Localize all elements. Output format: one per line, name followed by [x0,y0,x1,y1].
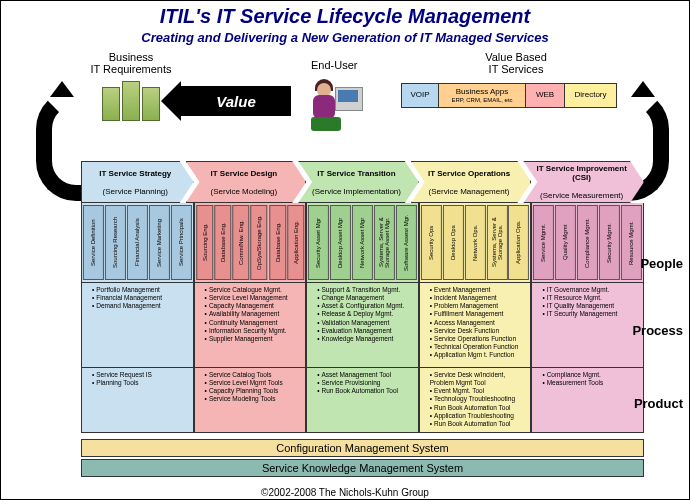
value-based-label: Value Based IT Services [456,51,576,75]
servers-icon [96,81,166,121]
business-label: Business IT Requirements [71,51,191,75]
role-bar: Service Principals [171,205,192,280]
service-boxes: VOIP Business Apps ERP, CRM, EMAIL, etc … [401,83,617,108]
process-row: IT Governance Mgmt.IT Resource Mgmt.IT Q… [531,283,644,368]
product-row: Service Catalog ToolsService Level Mgmt … [194,368,307,433]
directory-box: Directory [564,84,616,107]
phase-header: IT Service Operations(Service Management… [411,161,532,203]
phase-header: IT Service Design(Service Modeling) [186,161,307,203]
config-mgmt-system: Configuration Management System [81,439,644,457]
role-bar: Compliance Mgmt. [577,205,598,280]
people-row: Sourcing Eng.Database Eng.Comm/Ntw. Eng.… [194,203,307,283]
role-bar: Network Asset Mgr [352,205,373,280]
ba-title: Business Apps [442,88,522,97]
phase-header: IT Service Strategy(Service Planning) [81,161,194,203]
product-row: Service Request ISPlanning Tools [81,368,194,433]
top-section: Business IT Requirements End-User Value … [1,51,689,141]
subtitle: Creating and Delivering a New Generation… [1,30,689,45]
role-bar: Security Mgmt. [599,205,620,280]
role-bar: Quality Mgmt [555,205,576,280]
role-bar: Systems, Server & Storage Asset Mgr. [374,205,395,280]
phase-4: IT Service Improvement (CSI)(Service Mea… [531,161,644,461]
process-row: Service Catalogue Mgmt.Service Level Man… [194,283,307,368]
role-bar: Service Definition [83,205,104,280]
business-apps-box: Business Apps ERP, CRM, EMAIL, etc [438,84,525,107]
role-bar: Comm/Ntw. Eng. [232,205,249,280]
role-bar: OpSys/Storage Eng. [250,205,267,280]
product-row: Service Desk w/Incident, Problem Mgmt To… [419,368,532,433]
end-user-icon [311,79,371,134]
people-row: Service DefinitionSourcing ResearchFinan… [81,203,194,283]
people-row: Security OpsDesktop OpsNetwork Ops.Syste… [419,203,532,283]
people-row: Service Mgmt.Quality MgmtCompliance Mgmt… [531,203,644,283]
role-bar: Systems, Server & Storage Ops. [487,205,508,280]
role-bar: Service Mgmt. [533,205,554,280]
product-row: Asset Management ToolService Provisionin… [306,368,419,433]
phase-2: IT Service Transition(Service Implementa… [306,161,419,461]
role-bar: Sourcing Eng. [196,205,213,280]
knowledge-mgmt-system: Service Knowledge Management System [81,459,644,477]
role-bar: Security Asset Mgr [308,205,329,280]
product-label: Product [634,396,683,411]
end-user-label: End-User [311,59,357,71]
people-label: People [640,256,683,271]
diagram-container: ITIL's IT Service Lifecycle Management C… [0,0,690,500]
role-bar: Application Eng. [287,205,304,280]
people-row: Security Asset MgrDesktop Asset MgrNetwo… [306,203,419,283]
role-bar: Desktop Asset Mgr [330,205,351,280]
web-box: WEB [525,84,564,107]
role-bar: Network Ops. [465,205,486,280]
copyright: ©2002-2008 The Nichols-Kuhn Group [1,487,689,498]
role-bar: Database Eng. [214,205,231,280]
process-label: Process [632,323,683,338]
value-arrow: Value [181,86,291,116]
phase-1: IT Service Design(Service Modeling)Sourc… [194,161,307,461]
product-row: Compliance Mgmt.Measurement Tools [531,368,644,433]
phases-row: IT Service Strategy(Service Planning)Ser… [81,161,644,461]
phase-0: IT Service Strategy(Service Planning)Ser… [81,161,194,461]
role-bar: Application Ops. [508,205,529,280]
process-row: Support & Transition Mgmt.Change Managem… [306,283,419,368]
role-bar: Resource Mgmt. [621,205,642,280]
process-row: Event ManagementIncident ManagementProbl… [419,283,532,368]
role-bar: Software Assest Mgr. [396,205,417,280]
role-bar: Service Marketing [149,205,170,280]
role-bar: Desktop Ops [443,205,464,280]
phase-header: IT Service Improvement (CSI)(Service Mea… [523,161,644,203]
phase-3: IT Service Operations(Service Management… [419,161,532,461]
voip-box: VOIP [402,84,438,107]
phase-header: IT Service Transition(Service Implementa… [298,161,419,203]
role-bar: Sourcing Research [105,205,126,280]
main-title: ITIL's IT Service Lifecycle Management [1,5,689,28]
ba-sub: ERP, CRM, EMAIL, etc [442,97,522,104]
process-row: Portfolio ManagementFinancial Management… [81,283,194,368]
role-bar: Financial Analysis [127,205,148,280]
role-bar: Security Ops [421,205,442,280]
role-bar: Database Eng. [269,205,286,280]
